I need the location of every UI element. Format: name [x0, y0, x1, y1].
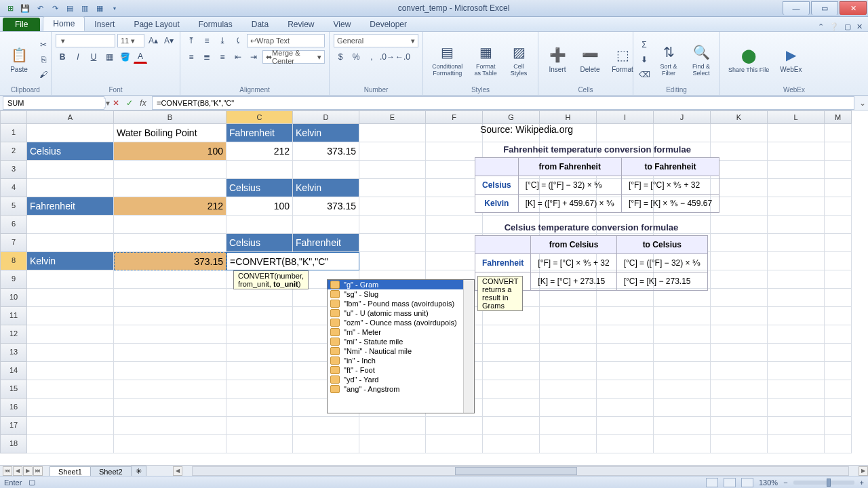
- cell-A15[interactable]: [27, 380, 114, 399]
- cell-G18[interactable]: [483, 435, 540, 453]
- cell-E2[interactable]: [359, 142, 426, 161]
- tab-insert[interactable]: Insert: [85, 18, 124, 31]
- col-header-G[interactable]: G: [483, 110, 540, 124]
- cell-I12[interactable]: [597, 325, 654, 344]
- page-break-view-icon[interactable]: [741, 478, 753, 487]
- cell-A3[interactable]: [27, 161, 114, 179]
- cell-E3[interactable]: [359, 161, 426, 179]
- cell-F18[interactable]: [426, 435, 483, 453]
- cell-M15[interactable]: [825, 380, 852, 399]
- cell-L18[interactable]: [768, 435, 825, 453]
- cell-K13[interactable]: [711, 344, 768, 362]
- cell-L8[interactable]: [768, 252, 825, 270]
- cell-B5[interactable]: 212: [114, 197, 226, 216]
- cell-B6[interactable]: [114, 216, 226, 234]
- cell-B4[interactable]: [114, 179, 226, 197]
- cell-J17[interactable]: [654, 417, 711, 435]
- cell-H13[interactable]: [540, 344, 597, 362]
- tab-developer[interactable]: Developer: [360, 18, 416, 31]
- cell-J15[interactable]: [654, 380, 711, 399]
- cell-M5[interactable]: [825, 197, 852, 216]
- align-right-icon[interactable]: ≡: [216, 50, 229, 64]
- align-top-icon[interactable]: ⤒: [184, 34, 198, 47]
- cell-A14[interactable]: [27, 362, 114, 380]
- cell-A10[interactable]: [27, 289, 114, 307]
- currency-icon[interactable]: $: [334, 50, 347, 64]
- unit-dropdown[interactable]: "g" - Gram"sg" - Slug"lbm" - Pound mass …: [327, 279, 475, 413]
- row-header-1[interactable]: 1: [0, 124, 27, 142]
- cell-B8[interactable]: 373.15: [114, 252, 226, 270]
- cell-H15[interactable]: [540, 380, 597, 399]
- sheet-tab-1[interactable]: Sheet1: [50, 466, 91, 476]
- conditional-formatting-button[interactable]: ▤Conditional Formatting: [427, 41, 467, 78]
- cell-D4[interactable]: Kelvin: [293, 179, 359, 197]
- row-header-13[interactable]: 13: [0, 344, 27, 362]
- cell-styles-button[interactable]: ▨Cell Styles: [504, 41, 534, 78]
- minimize-button[interactable]: —: [783, 1, 810, 15]
- prev-sheet-icon[interactable]: ◀: [13, 466, 22, 476]
- dropdown-scrollbar[interactable]: [463, 280, 474, 413]
- col-header-B[interactable]: B: [114, 110, 226, 124]
- cell-J11[interactable]: [654, 307, 711, 325]
- cell-B16[interactable]: [114, 399, 226, 417]
- row-header-14[interactable]: 14: [0, 362, 27, 380]
- cell-I11[interactable]: [597, 307, 654, 325]
- cell-M1[interactable]: [825, 124, 852, 142]
- cell-A9[interactable]: [27, 270, 114, 289]
- cell-C6[interactable]: [226, 216, 293, 234]
- zoom-out-icon[interactable]: −: [783, 479, 787, 487]
- autosum-icon[interactable]: Σ: [637, 38, 651, 52]
- unit-option[interactable]: "g" - Gram: [328, 280, 474, 289]
- zoom-handle[interactable]: [827, 479, 831, 487]
- select-all-corner[interactable]: [0, 110, 27, 124]
- clear-icon[interactable]: ⌫: [637, 68, 651, 81]
- cell-A4[interactable]: [27, 179, 114, 197]
- cell-K17[interactable]: [711, 417, 768, 435]
- decrease-decimal-icon[interactable]: ←.0: [396, 50, 410, 64]
- minimize-ribbon-icon[interactable]: ⌃: [818, 22, 824, 31]
- cell-L1[interactable]: [768, 124, 825, 142]
- cell-B18[interactable]: [114, 435, 226, 453]
- comma-icon[interactable]: ,: [365, 50, 378, 64]
- cell-C10[interactable]: [226, 289, 293, 307]
- cell-M9[interactable]: [825, 270, 852, 289]
- cell-H12[interactable]: [540, 325, 597, 344]
- cell-D7[interactable]: Fahrenheit: [293, 234, 359, 252]
- zoom-in-icon[interactable]: +: [860, 479, 864, 487]
- cell-M7[interactable]: [825, 234, 852, 252]
- undo-icon[interactable]: ↶: [34, 2, 46, 14]
- last-sheet-icon[interactable]: ⏭: [33, 466, 43, 476]
- increase-font-icon[interactable]: A▴: [146, 34, 160, 47]
- cell-E1[interactable]: [359, 124, 426, 142]
- cell-L16[interactable]: [768, 399, 825, 417]
- cell-G17[interactable]: [483, 417, 540, 435]
- cell-C14[interactable]: [226, 362, 293, 380]
- cell-C12[interactable]: [226, 325, 293, 344]
- unit-option[interactable]: "sg" - Slug: [328, 289, 474, 299]
- cell-D3[interactable]: [293, 161, 359, 179]
- cancel-formula-icon[interactable]: ✕: [110, 97, 122, 109]
- cell-D5[interactable]: 373.15: [293, 197, 359, 216]
- cell-L5[interactable]: [768, 197, 825, 216]
- unit-option[interactable]: "yd" - Yard: [328, 375, 474, 384]
- cell-L12[interactable]: [768, 325, 825, 344]
- cell-M13[interactable]: [825, 344, 852, 362]
- cell-B7[interactable]: [114, 234, 226, 252]
- cell-E6[interactable]: [359, 216, 426, 234]
- cell-H11[interactable]: [540, 307, 597, 325]
- editing-cell[interactable]: =CONVERT(B8,"K","C": [226, 252, 359, 270]
- increase-decimal-icon[interactable]: .0→: [380, 50, 394, 64]
- cell-M16[interactable]: [825, 399, 852, 417]
- paste-button[interactable]: 📋Paste: [4, 44, 34, 75]
- col-header-D[interactable]: D: [293, 110, 359, 124]
- cell-M3[interactable]: [825, 161, 852, 179]
- webex-button[interactable]: ▶WebEx: [776, 44, 806, 75]
- macro-record-icon[interactable]: ▢: [28, 478, 35, 487]
- col-header-A[interactable]: A: [27, 110, 114, 124]
- col-header-C[interactable]: C: [226, 110, 293, 124]
- cell-A5[interactable]: Fahrenheit: [27, 197, 114, 216]
- cell-B17[interactable]: [114, 417, 226, 435]
- cell-D1[interactable]: Kelvin: [293, 124, 359, 142]
- col-header-L[interactable]: L: [768, 110, 825, 124]
- unit-option[interactable]: "m" - Meter: [328, 327, 474, 337]
